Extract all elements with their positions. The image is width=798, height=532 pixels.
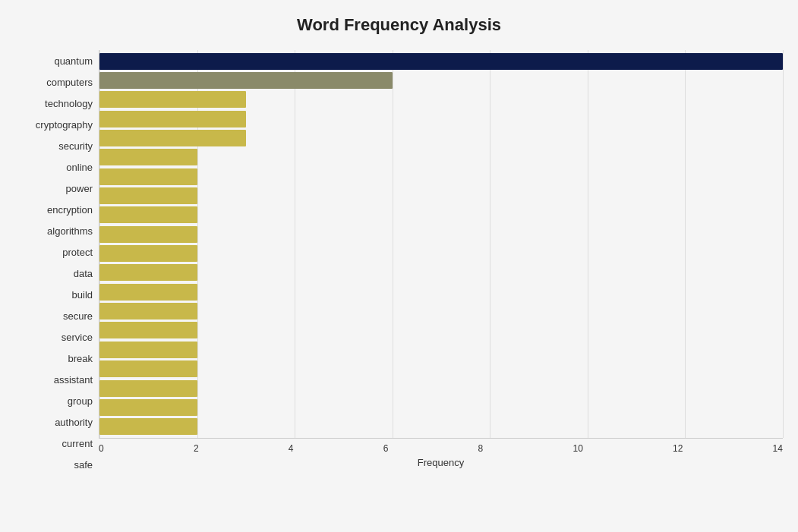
- bar: [99, 303, 197, 320]
- bar-row: [99, 225, 783, 244]
- y-axis-label: technology: [45, 99, 93, 109]
- bar-row: [99, 360, 783, 379]
- bar-row: [99, 186, 783, 205]
- bar: [99, 111, 246, 127]
- bar: [99, 264, 197, 281]
- bar: [99, 149, 197, 165]
- y-axis-label: cryptography: [36, 120, 93, 130]
- bar-row: [99, 128, 783, 147]
- y-axis-label: safe: [74, 460, 93, 470]
- bar-row: [99, 379, 783, 398]
- bar-row: [99, 321, 783, 340]
- y-axis-label: secure: [63, 311, 93, 321]
- y-axis-label: algorithms: [47, 226, 93, 236]
- y-axis: quantumcomputerstechnologycryptographyse…: [15, 50, 99, 476]
- bar-rows: [99, 50, 783, 438]
- bar-row: [99, 71, 783, 90]
- y-axis-label: build: [72, 290, 93, 300]
- bar: [99, 322, 197, 338]
- bar: [99, 72, 393, 89]
- grid-line: [783, 50, 784, 438]
- x-tick-label: 12: [673, 443, 683, 454]
- bar: [99, 206, 197, 223]
- bar: [99, 91, 246, 108]
- bar-row: [99, 109, 783, 128]
- y-axis-label: protect: [62, 247, 93, 257]
- y-axis-label: group: [68, 396, 93, 406]
- x-tick-label: 4: [289, 443, 294, 454]
- x-tick-label: 10: [572, 443, 582, 454]
- bar-row: [99, 282, 783, 301]
- bar: [99, 53, 783, 70]
- y-axis-label: authority: [55, 417, 93, 427]
- bar: [99, 380, 197, 397]
- chart-container: Word Frequency Analysis quantumcomputers…: [0, 0, 798, 532]
- x-axis: 02468101214 Frequency: [99, 438, 783, 476]
- bar-row: [99, 167, 783, 186]
- chart-title: Word Frequency Analysis: [15, 15, 783, 35]
- y-axis-label: quantum: [54, 56, 93, 66]
- bar: [99, 284, 197, 301]
- y-axis-label: data: [74, 269, 93, 279]
- bar-row: [99, 263, 783, 282]
- bar: [99, 130, 246, 146]
- x-tick-label: 0: [99, 443, 104, 454]
- y-axis-label: encryption: [47, 205, 93, 215]
- bar-row: [99, 206, 783, 225]
- bar-row: [99, 244, 783, 263]
- chart-area: quantumcomputerstechnologycryptographyse…: [15, 50, 783, 476]
- bars-area: [99, 50, 783, 438]
- y-axis-label: power: [66, 184, 93, 194]
- bar-row: [99, 90, 783, 109]
- bar-row: [99, 417, 783, 436]
- bar: [99, 399, 197, 416]
- y-axis-label: break: [68, 354, 93, 364]
- bar: [99, 342, 197, 358]
- y-axis-label: assistant: [54, 375, 93, 385]
- bar: [99, 226, 197, 243]
- x-tick-label: 14: [773, 443, 783, 454]
- y-axis-label: computers: [46, 77, 93, 87]
- bar: [99, 418, 197, 435]
- y-axis-label: current: [62, 439, 93, 449]
- x-tick-label: 2: [194, 443, 199, 454]
- bars-and-x: 02468101214 Frequency: [99, 50, 783, 476]
- x-axis-label: Frequency: [99, 457, 783, 468]
- y-axis-label: security: [58, 141, 93, 151]
- bar: [99, 168, 197, 185]
- bar-row: [99, 340, 783, 359]
- y-axis-label: online: [66, 162, 93, 172]
- bar: [99, 245, 197, 262]
- x-labels: 02468101214: [99, 439, 783, 454]
- x-tick-label: 6: [383, 443, 389, 454]
- bar-row: [99, 301, 783, 320]
- bar: [99, 187, 197, 204]
- bar-row: [99, 398, 783, 417]
- bar-row: [99, 148, 783, 167]
- bar-row: [99, 52, 783, 71]
- bar: [99, 360, 197, 377]
- x-tick-label: 8: [478, 443, 484, 454]
- y-axis-label: service: [62, 332, 93, 342]
